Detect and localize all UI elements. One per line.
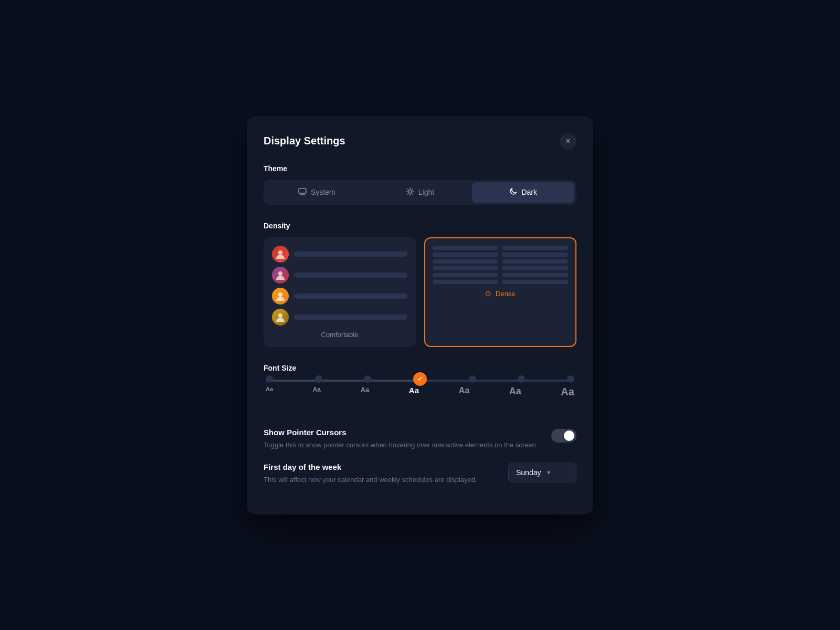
svg-line-12 <box>407 193 408 194</box>
svg-point-13 <box>278 250 282 255</box>
theme-system-button[interactable]: System <box>266 182 368 203</box>
font-size-slider[interactable]: Aa Aa Aa Aa Aa Aa Aa <box>264 380 576 398</box>
pointer-cursors-toggle[interactable] <box>551 429 576 443</box>
theme-label: Theme <box>264 164 576 173</box>
theme-dark-label: Dark <box>521 188 537 196</box>
dense-row <box>433 266 568 270</box>
dense-row <box>433 280 568 284</box>
pointer-cursors-desc: Toggle this to show pointer cursors when… <box>264 440 543 450</box>
font-size-dot-1[interactable] <box>266 375 273 383</box>
avatar-3 <box>272 288 289 304</box>
dense-bar <box>433 273 498 277</box>
theme-section: Theme System <box>264 164 576 205</box>
row-bar <box>294 251 407 257</box>
dense-bar <box>433 280 498 284</box>
pointer-cursors-row: Show Pointer Cursors Toggle this to show… <box>264 428 576 450</box>
modal-title: Display Settings <box>264 135 345 147</box>
dense-bar <box>433 246 498 250</box>
font-size-dot-5[interactable] <box>469 375 476 383</box>
svg-rect-0 <box>299 188 306 193</box>
check-icon: ⊙ <box>485 289 491 298</box>
monitor-icon <box>298 188 307 197</box>
dense-bar <box>502 266 568 270</box>
row-bar <box>294 314 407 320</box>
svg-line-11 <box>412 188 412 189</box>
dense-row <box>433 273 568 277</box>
modal-header: Display Settings × <box>264 133 576 150</box>
font-label-6: Aa <box>509 386 521 398</box>
dense-bar <box>433 259 498 264</box>
svg-point-16 <box>278 313 282 318</box>
dense-row <box>433 253 568 257</box>
comfortable-row-2 <box>272 267 407 284</box>
chevron-down-icon: ▾ <box>547 469 550 476</box>
font-label-5: Aa <box>459 386 469 398</box>
density-section: Density <box>264 222 576 347</box>
dense-bar <box>502 273 568 277</box>
avatar-1 <box>272 246 289 262</box>
density-dense-card[interactable]: ⊙ Dense <box>424 237 576 347</box>
slider-track <box>266 380 574 382</box>
density-label: Density <box>264 222 576 230</box>
font-label-3: Aa <box>361 386 370 398</box>
font-size-dot-2[interactable] <box>315 375 322 383</box>
dense-bar <box>502 259 568 264</box>
font-label-4: Aa <box>409 386 419 398</box>
density-options: Comfortable <box>264 237 576 347</box>
pointer-cursors-title: Show Pointer Cursors <box>264 428 543 437</box>
slider-labels: Aa Aa Aa Aa Aa Aa Aa <box>266 386 574 398</box>
font-size-section: Font Size Aa Aa Aa Aa Aa <box>264 364 576 398</box>
font-label-2: Aa <box>313 386 321 398</box>
comfortable-label: Comfortable <box>272 331 407 339</box>
font-size-dot-4[interactable] <box>413 372 427 386</box>
font-label-7: Aa <box>561 386 574 398</box>
theme-toggle-group: System Light <box>264 180 576 205</box>
font-size-dot-3[interactable] <box>364 375 371 383</box>
avatar-2 <box>272 267 289 284</box>
comfortable-row-1 <box>272 246 407 262</box>
avatar-4 <box>272 309 289 326</box>
first-day-info: First day of the week This will affect h… <box>264 463 500 485</box>
pointer-cursors-info: Show Pointer Cursors Toggle this to show… <box>264 428 543 450</box>
sun-icon <box>406 187 414 197</box>
svg-point-4 <box>408 190 412 193</box>
svg-point-15 <box>278 292 282 297</box>
dense-row <box>433 259 568 264</box>
font-size-dot-6[interactable] <box>518 375 525 383</box>
comfortable-preview <box>272 246 407 326</box>
svg-point-14 <box>278 271 282 276</box>
density-comfortable-card[interactable]: Comfortable <box>264 237 416 347</box>
theme-system-label: System <box>311 188 335 196</box>
font-label-1: Aa <box>266 386 273 398</box>
svg-line-10 <box>412 193 412 194</box>
comfortable-row-4 <box>272 309 407 326</box>
divider <box>264 415 576 415</box>
dense-bar <box>502 246 568 250</box>
toggle-knob <box>564 430 574 441</box>
display-settings-modal: Display Settings × Theme System <box>247 116 593 514</box>
svg-line-9 <box>407 188 408 189</box>
theme-dark-button[interactable]: Dark <box>472 182 574 203</box>
moon-icon <box>509 187 517 197</box>
dense-bar <box>502 280 568 284</box>
dense-label: ⊙ Dense <box>433 289 568 298</box>
row-bar <box>294 272 407 278</box>
first-day-dropdown[interactable]: Sunday ▾ <box>508 463 576 482</box>
row-bar <box>294 293 407 299</box>
first-day-desc: This will affect how your calendar and w… <box>264 475 500 485</box>
dense-bar <box>433 253 498 257</box>
font-size-label: Font Size <box>264 364 576 372</box>
first-day-title: First day of the week <box>264 463 500 471</box>
dense-bar <box>502 253 568 257</box>
first-day-row: First day of the week This will affect h… <box>264 463 576 485</box>
close-button[interactable]: × <box>560 133 576 150</box>
font-size-dot-7[interactable] <box>567 375 574 383</box>
slider-dots <box>266 375 574 386</box>
dense-row <box>433 246 568 250</box>
dense-bar <box>433 266 498 270</box>
dense-preview <box>433 246 568 284</box>
comfortable-row-3 <box>272 288 407 304</box>
first-day-value: Sunday <box>516 468 541 477</box>
theme-light-label: Light <box>418 188 434 196</box>
theme-light-button[interactable]: Light <box>369 182 471 203</box>
